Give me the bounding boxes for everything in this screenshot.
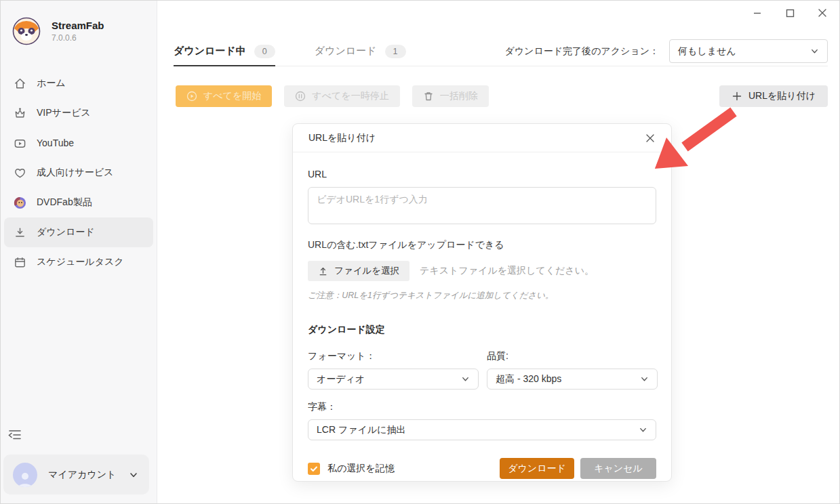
- sidebar-item-adult-services[interactable]: 成人向けサービス: [4, 158, 153, 188]
- subtitle-value: LCR ファイルに抽出: [317, 424, 406, 436]
- chevron-down-icon: [810, 47, 819, 56]
- settings-selects: オーディオ 超高 - 320 kbps: [308, 369, 656, 390]
- settings-labels: フォーマット： 品質:: [308, 350, 656, 362]
- cancel-button[interactable]: キャンセル: [580, 458, 656, 479]
- url-input[interactable]: [308, 187, 656, 224]
- plus-icon: [732, 91, 742, 102]
- user-avatar: [13, 463, 37, 487]
- home-icon: [14, 77, 26, 90]
- download-settings-title: ダウンロード設定: [308, 324, 656, 336]
- sidebar-item-vip-services[interactable]: VIPサービス: [4, 98, 153, 128]
- format-value: オーディオ: [317, 373, 365, 385]
- tab-label: ダウンロード: [315, 45, 377, 58]
- chevron-down-icon: [640, 375, 649, 383]
- paste-url-button[interactable]: URLを貼り付け: [719, 85, 828, 107]
- download-toolbar: すべてを開始 すべてを一時停止 一括削除 URLを貼り付け: [176, 85, 828, 107]
- note-text: ご注意：URLを1行ずつテキストファイルに追加してください。: [308, 290, 656, 301]
- sidebar-item-schedule-tasks[interactable]: スケジュールタスク: [4, 247, 153, 277]
- quality-select[interactable]: 超高 - 320 kbps: [487, 369, 658, 390]
- app-logo: StreamFab 7.0.0.6: [1, 1, 157, 45]
- post-action-select[interactable]: 何もしません: [669, 39, 828, 63]
- dialog-title: URLを貼り付け: [308, 132, 376, 144]
- chevron-down-icon: [129, 470, 138, 480]
- app-title: StreamFab: [52, 20, 104, 31]
- sidebar-item-label: VIPサービス: [37, 107, 91, 119]
- format-label: フォーマット：: [308, 350, 479, 362]
- collapse-sidebar-icon[interactable]: [7, 427, 22, 442]
- sidebar-nav: ホーム VIPサービス YouTube 成人向けサービス: [1, 68, 157, 277]
- sidebar-item-label: ホーム: [37, 77, 66, 89]
- app-version: 7.0.0.6: [52, 33, 104, 43]
- window-controls: [747, 5, 833, 21]
- streamfab-logo-icon: [12, 17, 41, 45]
- my-account-button[interactable]: マイアカウント: [3, 455, 149, 495]
- quality-label: 品質:: [487, 350, 658, 362]
- subtitle-label: 字幕：: [308, 401, 656, 413]
- play-circle-icon: [186, 91, 197, 102]
- sidebar-item-dvdfab-products[interactable]: DVDFab製品: [4, 188, 153, 217]
- youtube-icon: [14, 137, 26, 150]
- tab-bar: ダウンロード中 0 ダウンロード 1 ダウンロード完了後のアクション： 何もしま…: [174, 37, 828, 66]
- delete-all-button[interactable]: 一括削除: [412, 85, 489, 107]
- sidebar-item-youtube[interactable]: YouTube: [4, 128, 153, 158]
- heart-icon: [14, 167, 26, 180]
- url-label: URL: [308, 169, 656, 180]
- format-select[interactable]: オーディオ: [308, 369, 479, 390]
- trash-icon: [423, 91, 434, 102]
- dialog-header: URLを貼り付け: [293, 124, 671, 152]
- tab-badge: 1: [385, 45, 406, 58]
- tab-badge: 0: [254, 45, 275, 58]
- app-window: StreamFab 7.0.0.6 ホーム VIPサービス: [0, 0, 840, 504]
- main-area: ダウンロード中 0 ダウンロード 1 ダウンロード完了後のアクション： 何もしま…: [157, 1, 839, 503]
- post-download-action: ダウンロード完了後のアクション： 何もしません: [504, 39, 828, 63]
- close-icon[interactable]: [812, 5, 833, 21]
- maximize-button[interactable]: [780, 5, 800, 21]
- pause-all-button[interactable]: すべてを一時停止: [284, 85, 399, 107]
- upload-icon: [318, 266, 328, 276]
- sidebar-item-label: スケジュールタスク: [37, 256, 124, 268]
- quality-value: 超高 - 320 kbps: [496, 373, 561, 385]
- tab-downloading[interactable]: ダウンロード中 0: [174, 37, 275, 66]
- crown-icon: [14, 107, 26, 120]
- sidebar-item-download[interactable]: ダウンロード: [4, 217, 153, 247]
- sidebar-item-label: DVDFab製品: [37, 196, 92, 209]
- subtitle-select[interactable]: LCR ファイルに抽出: [308, 419, 656, 440]
- pause-circle-icon: [295, 91, 306, 102]
- sidebar: StreamFab 7.0.0.6 ホーム VIPサービス: [1, 1, 157, 503]
- download-icon: [14, 226, 26, 239]
- remember-checkbox[interactable]: [308, 463, 320, 475]
- chevron-down-icon: [639, 425, 647, 434]
- download-button[interactable]: ダウンロード: [500, 458, 574, 479]
- sidebar-item-label: YouTube: [37, 138, 74, 148]
- dvdfab-icon: [14, 196, 26, 209]
- sidebar-item-home[interactable]: ホーム: [4, 68, 153, 98]
- file-select-row: ファイルを選択 テキストファイルを選択してください。: [308, 261, 656, 281]
- dialog-footer: 私の選択を記憶 ダウンロード キャンセル: [308, 458, 656, 479]
- post-action-label: ダウンロード完了後のアクション：: [504, 45, 659, 58]
- dialog-body: URL URLの含む.txtファイルをアップロードできる ファイルを選択 テキス…: [293, 169, 671, 479]
- calendar-icon: [14, 256, 26, 269]
- paste-url-dialog: URLを貼り付け URL URLの含む.txtファイルをアップロードできる ファ…: [292, 123, 672, 482]
- minimize-button[interactable]: [747, 5, 767, 21]
- post-action-value: 何もしません: [678, 45, 736, 58]
- choose-file-button[interactable]: ファイルを選択: [308, 261, 409, 281]
- account-label: マイアカウント: [48, 469, 116, 481]
- tab-label: ダウンロード中: [174, 45, 246, 58]
- start-all-button[interactable]: すべてを開始: [176, 85, 272, 107]
- close-icon[interactable]: [645, 133, 656, 144]
- sidebar-item-label: ダウンロード: [37, 226, 95, 238]
- file-hint: テキストファイルを選択してください。: [420, 265, 594, 277]
- upload-hint: URLの含む.txtファイルをアップロードできる: [308, 239, 656, 251]
- sidebar-item-label: 成人向けサービス: [37, 167, 113, 179]
- chevron-down-icon: [461, 375, 470, 383]
- tab-downloaded[interactable]: ダウンロード 1: [315, 37, 406, 66]
- remember-label: 私の選択を記憶: [327, 463, 395, 475]
